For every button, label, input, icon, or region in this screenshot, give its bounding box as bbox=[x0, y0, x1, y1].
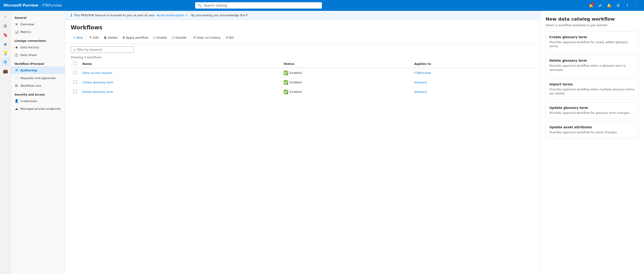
sidebar-item-data-factory[interactable]: ◈ Data Factory bbox=[11, 43, 65, 51]
toolbar-divider-1 bbox=[86, 35, 86, 40]
switch-directory-button[interactable]: ⇄ bbox=[596, 1, 604, 9]
sidebar-item-data-share[interactable]: ◫ Data Share bbox=[11, 51, 65, 59]
select-all-checkbox[interactable] bbox=[73, 62, 77, 65]
refresh-button[interactable]: ↺ Ref bbox=[223, 34, 236, 41]
topnav-icons: 🔔 1 ⇄ 🔔 ⚙ ? 👤 bbox=[587, 1, 640, 9]
template-card-4[interactable]: Update asset attributes Provides approva… bbox=[546, 122, 638, 138]
sidebar-item-authoring[interactable]: ↺ Authoring bbox=[11, 66, 65, 74]
enable-button[interactable]: ▷ Enable bbox=[151, 34, 169, 41]
sidebar-item-credentials-label: Credentials bbox=[20, 99, 37, 103]
table-header: Name Status Applies to bbox=[70, 60, 534, 68]
data-factory-icon: ◈ bbox=[14, 45, 18, 49]
lineage-section-label: Lineage connections bbox=[11, 36, 65, 43]
sidebar-item-managed-endpoints-label: Managed private endpoints bbox=[20, 107, 61, 111]
history-icon: ↺ bbox=[193, 36, 196, 39]
header-status: Status bbox=[281, 60, 412, 68]
banner-text: This PREVIEW feature is licensed to you … bbox=[74, 13, 155, 17]
template-card-desc-1: Provides approval workflow when a glossa… bbox=[550, 64, 635, 72]
row-applies-to-cell: Glossary bbox=[412, 78, 534, 87]
security-section-label: Security and access bbox=[11, 89, 65, 97]
sidebar-item-requests-approvals[interactable]: 📄 Requests and approvals bbox=[11, 74, 65, 82]
sidebar-item-metrics[interactable]: 📊 Metrics bbox=[11, 28, 65, 36]
expand-sidebar-button[interactable]: « bbox=[1, 13, 10, 21]
status-label: Enabled bbox=[290, 90, 302, 94]
sidebar-item-workflow-runs[interactable]: ⊟ Workflow runs bbox=[11, 82, 65, 89]
settings-button[interactable]: ⚙ bbox=[614, 1, 622, 9]
edit-button[interactable]: ✎ Edit bbox=[87, 34, 101, 41]
sidebar-item-managed-private-endpoints[interactable]: ☁ Managed private endpoints bbox=[11, 105, 65, 113]
template-card-desc-4: Provides approval workflow for asset cha… bbox=[550, 130, 635, 135]
main-content: ℹ This PREVIEW feature is licensed to yo… bbox=[65, 11, 540, 274]
bell-button[interactable]: 🔔 bbox=[605, 1, 613, 9]
sidebar-item-overview[interactable]: ≡ Overview bbox=[11, 20, 65, 28]
applies-to-link[interactable]: FTAPurview bbox=[414, 71, 431, 75]
row-checkbox-0[interactable] bbox=[73, 71, 77, 74]
row-applies-to-cell: Glossary bbox=[412, 87, 534, 97]
azure-subscription-link[interactable]: Azure Subscription ↗ bbox=[157, 13, 188, 17]
sidebar-item-workflow-runs-label: Workflow runs bbox=[20, 84, 41, 87]
help-button[interactable]: ? bbox=[623, 1, 631, 9]
apply-workflow-button[interactable]: ⊕ Apply workflow bbox=[120, 34, 151, 41]
delete-icon: 🗑 bbox=[104, 36, 107, 39]
new-button[interactable]: + New bbox=[70, 34, 85, 41]
template-card-0[interactable]: Create glossary term Provides approval w… bbox=[546, 31, 638, 52]
search-placeholder: Search catalog bbox=[204, 3, 227, 7]
sidebar-item-data-factory-label: Data Factory bbox=[20, 46, 39, 49]
applies-to-link[interactable]: Glossary bbox=[414, 81, 427, 84]
brand-sub: FTAPurview bbox=[42, 3, 62, 7]
requests-icon: 📄 bbox=[14, 76, 18, 80]
lineage-sidebar-button[interactable]: ◈ bbox=[1, 40, 10, 48]
briefcase-sidebar-button[interactable]: 💼 bbox=[1, 67, 10, 75]
row-name-cell: Data access request bbox=[80, 68, 281, 78]
notification-button[interactable]: 🔔 1 bbox=[587, 1, 595, 9]
disable-button[interactable]: ☐ Disable bbox=[170, 34, 189, 41]
sidebar-item-authoring-label: Authoring bbox=[20, 69, 37, 72]
row-status-cell: ✅ Enabled bbox=[281, 68, 412, 78]
template-card-3[interactable]: Update glossary term Provides approval w… bbox=[546, 102, 638, 119]
filter-input[interactable]: ⊿ Filter by keyword bbox=[70, 46, 134, 53]
icon-sidebar: « ⊞ 🔖 ◈ 💡 ⚙ 💼 bbox=[0, 11, 11, 274]
template-card-1[interactable]: Delete glossary term Provides approval w… bbox=[546, 55, 638, 76]
topnav: Microsoft Purview › FTAPurview 🔍 Search … bbox=[0, 0, 644, 11]
status-label: Enabled bbox=[290, 81, 302, 84]
filter-icon: ⊿ bbox=[73, 48, 76, 51]
new-icon: + bbox=[73, 36, 76, 39]
row-status-cell: ✅ Enabled bbox=[281, 87, 412, 97]
workflow-name-link[interactable]: Data access request bbox=[82, 71, 112, 75]
leftnav: General ≡ Overview 📊 Metrics Lineage con… bbox=[11, 11, 65, 274]
workflow-name-link[interactable]: Create glossary term bbox=[82, 81, 114, 84]
row-checkbox-cell bbox=[70, 78, 80, 87]
status-enabled-icon: ✅ bbox=[284, 80, 288, 85]
data-share-icon: ◫ bbox=[14, 53, 18, 57]
applies-to-link[interactable]: Glossary bbox=[414, 90, 427, 94]
app-body: « ⊞ 🔖 ◈ 💡 ⚙ 💼 General ≡ Overview 📊 Metri… bbox=[0, 11, 644, 274]
sidebar-item-metrics-label: Metrics bbox=[20, 30, 31, 34]
apply-icon: ⊕ bbox=[122, 36, 125, 39]
sidebar-item-credentials[interactable]: 👤 Credentials bbox=[11, 97, 65, 105]
header-checkbox-col bbox=[70, 60, 80, 68]
header-applies-to: Applies to bbox=[412, 60, 534, 68]
edit-icon: ✎ bbox=[90, 36, 92, 39]
row-checkbox-2[interactable] bbox=[73, 90, 77, 93]
table-row: Data access request ✅ Enabled FTAPurview bbox=[70, 68, 534, 78]
workflow-name-link[interactable]: Delete glossary term bbox=[82, 90, 113, 94]
search-bar[interactable]: 🔍 Search catalog bbox=[195, 2, 322, 8]
profile-button[interactable]: 👤 bbox=[632, 1, 640, 9]
template-card-2[interactable]: Import terms Provides approval workflow … bbox=[546, 79, 638, 99]
right-panel: New data catalog workflow Select a workf… bbox=[540, 11, 644, 274]
template-card-desc-2: Provides approval workflow when multiple… bbox=[550, 87, 635, 96]
view-run-history-button[interactable]: ↺ View run history bbox=[190, 34, 222, 41]
panel-subtitle: Select a workflow template to get starte… bbox=[546, 23, 638, 27]
refresh-icon: ↺ bbox=[226, 36, 228, 39]
management-sidebar-button[interactable]: ⚙ bbox=[1, 58, 10, 66]
row-checkbox-1[interactable] bbox=[73, 80, 77, 84]
template-card-desc-0: Provides approval workflow for newly add… bbox=[550, 40, 635, 48]
home-sidebar-button[interactable]: ⊞ bbox=[1, 22, 10, 30]
delete-button[interactable]: 🗑 Delete bbox=[102, 34, 120, 41]
catalog-sidebar-button[interactable]: 🔖 bbox=[1, 31, 10, 39]
insights-sidebar-button[interactable]: 💡 bbox=[1, 49, 10, 57]
workflow-table: Name Status Applies to Data access reque… bbox=[70, 60, 534, 97]
delete-label: Delete bbox=[108, 36, 118, 39]
managed-endpoints-icon: ☁ bbox=[14, 107, 18, 111]
edit-label: Edit bbox=[93, 36, 99, 39]
